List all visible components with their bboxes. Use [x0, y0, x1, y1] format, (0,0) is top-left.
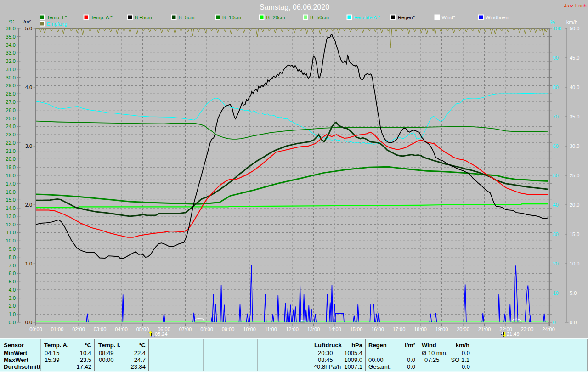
- svg-text:3.0: 3.0: [25, 143, 32, 149]
- svg-text:Ø 10 min.: Ø 10 min.: [422, 349, 447, 356]
- svg-text:24:00: 24:00: [542, 327, 555, 332]
- svg-text:Feuchte A.*: Feuchte A.*: [354, 15, 381, 20]
- svg-text:B +5cm: B +5cm: [135, 15, 152, 20]
- svg-text:30.0: 30.0: [6, 75, 16, 80]
- svg-text:B -10cm: B -10cm: [222, 15, 241, 20]
- svg-text:08:00: 08:00: [200, 327, 213, 332]
- svg-text:35.0: 35.0: [6, 34, 16, 39]
- svg-text:11.0: 11.0: [6, 230, 16, 235]
- svg-text:03:00: 03:00: [94, 327, 107, 332]
- svg-text:14.0: 14.0: [6, 205, 16, 211]
- svg-text:Windböen: Windböen: [486, 15, 509, 20]
- svg-text:100: 100: [553, 26, 561, 31]
- svg-text:4.0: 4.0: [25, 85, 32, 90]
- svg-text:80: 80: [553, 85, 559, 90]
- svg-text:25.0: 25.0: [6, 116, 16, 121]
- svg-text:21.0: 21.0: [6, 148, 16, 154]
- svg-text:08:45: 08:45: [318, 356, 333, 363]
- svg-text:km/h: km/h: [566, 19, 577, 25]
- svg-text:50.0: 50.0: [570, 26, 579, 31]
- svg-text:Empfang: Empfang: [47, 21, 67, 27]
- svg-text:15.0: 15.0: [570, 231, 579, 237]
- svg-text:0.0: 0.0: [9, 320, 16, 325]
- svg-text:0.0: 0.0: [407, 356, 415, 363]
- svg-text:20:30: 20:30: [318, 349, 333, 356]
- svg-text:B -20cm: B -20cm: [266, 15, 285, 20]
- svg-text:Samstag, 06.06.2020: Samstag, 06.06.2020: [260, 3, 329, 11]
- svg-text:20.0: 20.0: [570, 202, 579, 208]
- svg-text:21:49: 21:49: [507, 331, 520, 337]
- svg-text:20: 20: [553, 261, 559, 266]
- svg-text:05:24: 05:24: [155, 331, 168, 337]
- svg-text:5.0: 5.0: [570, 290, 577, 296]
- svg-text:25.0: 25.0: [570, 173, 579, 178]
- svg-text:01:00: 01:00: [51, 327, 64, 332]
- svg-text:l/m²: l/m²: [23, 19, 31, 24]
- svg-text:^0.8hPa/h: ^0.8hPa/h: [314, 363, 341, 370]
- svg-text:Jarz Erich: Jarz Erich: [564, 3, 587, 8]
- svg-text:24.0: 24.0: [6, 124, 16, 129]
- svg-text:07:00: 07:00: [179, 327, 192, 332]
- svg-text:70: 70: [553, 114, 559, 119]
- svg-text:°C: °C: [85, 342, 91, 349]
- svg-text:23.84: 23.84: [130, 363, 146, 370]
- svg-text:5.0: 5.0: [25, 26, 32, 31]
- svg-text:60: 60: [553, 143, 559, 149]
- svg-text:30.0: 30.0: [570, 143, 579, 149]
- svg-text:00:00: 00:00: [99, 356, 114, 363]
- svg-text:Regen: Regen: [368, 342, 387, 349]
- svg-text:B -50cm: B -50cm: [310, 15, 329, 20]
- svg-text:10.0: 10.0: [6, 238, 16, 243]
- svg-text:°C: °C: [139, 342, 146, 349]
- svg-text:0.0: 0.0: [462, 349, 470, 356]
- svg-text:6.0: 6.0: [9, 271, 16, 276]
- svg-text:km/h: km/h: [456, 342, 469, 349]
- svg-text:12:00: 12:00: [286, 327, 299, 332]
- svg-text:09:00: 09:00: [222, 327, 235, 332]
- svg-text:23.0: 23.0: [6, 132, 16, 137]
- svg-text:Regen*: Regen*: [398, 15, 415, 20]
- svg-text:07:25: 07:25: [424, 356, 440, 363]
- svg-text:35.0: 35.0: [570, 114, 579, 119]
- svg-text:%: %: [550, 19, 555, 25]
- svg-text:0.0: 0.0: [407, 363, 415, 370]
- svg-text:1007.1: 1007.1: [344, 363, 362, 370]
- svg-text:10: 10: [553, 290, 559, 296]
- svg-text:04:00: 04:00: [115, 327, 128, 332]
- svg-text:SO 1.1: SO 1.1: [451, 356, 469, 363]
- svg-text:0: 0: [553, 320, 556, 325]
- svg-text:Temp. I.*: Temp. I.*: [47, 15, 67, 20]
- svg-text:B -5cm: B -5cm: [179, 15, 195, 20]
- svg-text:33.0: 33.0: [6, 50, 16, 56]
- svg-text:26.0: 26.0: [6, 107, 16, 113]
- svg-text:02:00: 02:00: [72, 327, 85, 332]
- svg-text:Wind: Wind: [422, 342, 436, 349]
- svg-text:9.0: 9.0: [9, 246, 16, 252]
- svg-text:04:15: 04:15: [45, 349, 60, 356]
- svg-text:°C: °C: [9, 19, 14, 24]
- svg-text:00:00: 00:00: [368, 356, 384, 363]
- svg-text:32.0: 32.0: [6, 58, 16, 64]
- svg-text:Temp. A.*: Temp. A.*: [91, 15, 113, 20]
- svg-text:0.0: 0.0: [25, 320, 32, 325]
- svg-text:31.0: 31.0: [6, 67, 16, 72]
- svg-text:5.0: 5.0: [9, 279, 16, 284]
- svg-text:40: 40: [553, 202, 559, 208]
- svg-text:20:00: 20:00: [457, 327, 469, 332]
- svg-text:23.5: 23.5: [80, 356, 91, 363]
- svg-text:18.0: 18.0: [6, 173, 16, 178]
- svg-text:l/m²: l/m²: [405, 342, 416, 349]
- svg-text:05:00: 05:00: [136, 327, 149, 332]
- svg-text:Wind*: Wind*: [442, 15, 456, 20]
- svg-text:MinWert: MinWert: [4, 349, 28, 356]
- svg-text:3.0: 3.0: [9, 295, 16, 301]
- svg-text:15.0: 15.0: [6, 197, 16, 203]
- svg-text:10:00: 10:00: [243, 327, 256, 332]
- svg-text:11:00: 11:00: [265, 327, 277, 332]
- svg-text:16.0: 16.0: [6, 189, 16, 195]
- svg-text:29.0: 29.0: [6, 83, 16, 88]
- svg-text:00:00: 00:00: [29, 327, 42, 332]
- svg-text:28.0: 28.0: [6, 91, 16, 96]
- svg-text:15:39: 15:39: [45, 356, 60, 363]
- svg-text:23:00: 23:00: [521, 327, 534, 332]
